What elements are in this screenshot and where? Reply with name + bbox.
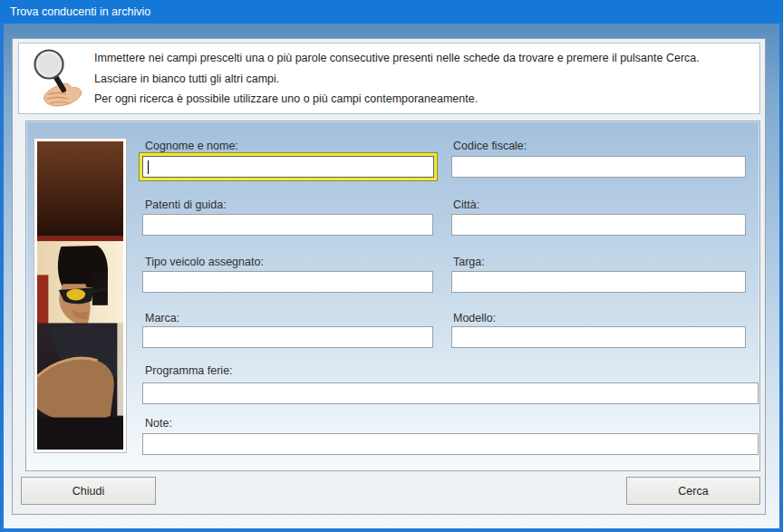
tipo-veicolo-input[interactable] — [142, 271, 433, 293]
patenti-guida-input[interactable] — [142, 214, 433, 236]
instruction-text: Immettere nei campi prescelti una o più … — [94, 48, 752, 110]
instruction-line-1: Immettere nei campi prescelti una o più … — [94, 48, 752, 69]
title-bar[interactable]: Trova conducenti in archivio — [0, 0, 783, 24]
codice-fiscale-input[interactable] — [451, 156, 746, 178]
patenti-guida-label: Patenti di guida: — [145, 198, 227, 211]
search-button[interactable]: Cerca — [626, 477, 760, 505]
modello-input[interactable] — [451, 326, 746, 348]
text-caret — [148, 160, 149, 174]
search-button-label: Cerca — [678, 485, 708, 498]
note-input[interactable] — [142, 433, 759, 455]
magnifier-in-hand-icon — [27, 47, 89, 109]
marca-label: Marca: — [145, 312, 179, 324]
instruction-line-3: Per ogni ricerca è possibile utilizzare … — [94, 89, 752, 110]
cognome-nome-label: Cognome e nome: — [145, 140, 238, 152]
citta-input[interactable] — [451, 214, 746, 236]
close-button[interactable]: Chiudi — [21, 477, 156, 505]
instruction-line-2: Lasciare in bianco tutti gli altri campi… — [94, 69, 752, 90]
citta-label: Città: — [453, 198, 479, 211]
cognome-nome-focus-ring — [139, 152, 438, 181]
note-label: Note: — [145, 417, 172, 430]
modello-label: Modello: — [453, 312, 496, 324]
targa-input[interactable] — [451, 271, 746, 293]
driver-photo — [34, 139, 126, 452]
cognome-nome-input[interactable] — [142, 156, 434, 178]
close-button-label: Chiudi — [72, 485, 104, 498]
targa-label: Targa: — [453, 256, 485, 268]
programma-ferie-label: Programma ferie: — [145, 364, 233, 377]
programma-ferie-input[interactable] — [142, 382, 759, 404]
marca-input[interactable] — [142, 326, 433, 348]
codice-fiscale-label: Codice fiscale: — [453, 140, 527, 152]
find-drivers-dialog: Trova conducenti in archivio Immettere n… — [0, 0, 783, 532]
window-title: Trova conducenti in archivio — [10, 5, 150, 18]
tipo-veicolo-label: Tipo veicolo assegnato: — [145, 256, 264, 268]
